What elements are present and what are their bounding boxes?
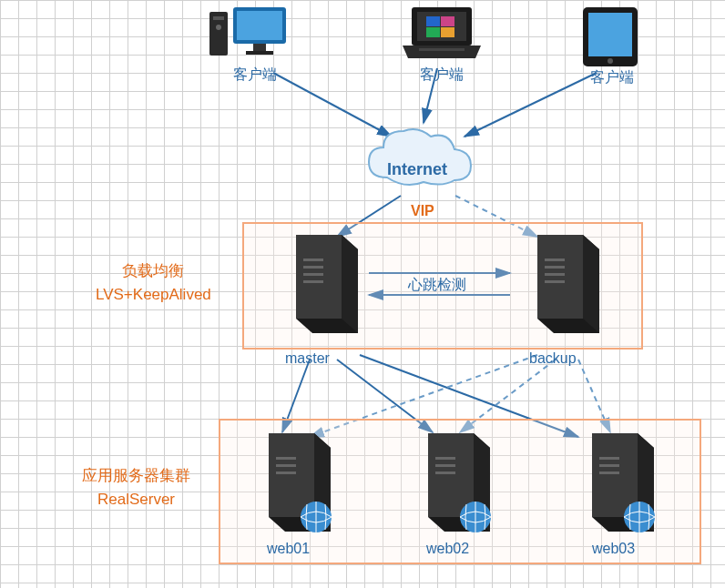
svg-rect-18	[253, 44, 266, 51]
svg-rect-40	[276, 471, 296, 474]
tablet-icon	[583, 7, 638, 66]
internet-label: Internet	[387, 160, 447, 179]
svg-rect-33	[303, 280, 323, 283]
backup-label: backup	[529, 350, 577, 367]
client-laptop-label: 客户端	[420, 66, 464, 85]
rs-title-line1: 应用服务器集群	[82, 467, 190, 484]
web-server-icon	[410, 433, 492, 533]
svg-rect-25	[441, 27, 454, 37]
svg-rect-42	[435, 457, 455, 460]
real-server-title: 应用服务器集群 RealServer	[82, 464, 190, 511]
svg-rect-22	[426, 16, 440, 26]
svg-point-29	[608, 58, 613, 64]
web02-label: web02	[426, 541, 469, 557]
web-server-icon	[574, 433, 656, 533]
client-tablet	[583, 7, 638, 70]
svg-rect-37	[545, 280, 565, 283]
laptop-icon	[401, 7, 483, 62]
load-balancer-title: 负载均衡 LVS+KeepAlived	[96, 259, 211, 306]
svg-rect-46	[599, 457, 619, 460]
web-server-icon	[250, 433, 332, 533]
svg-rect-48	[599, 471, 619, 474]
lb-title-line1: 负载均衡	[122, 262, 184, 279]
client-tablet-label: 客户端	[590, 68, 634, 87]
server-icon	[519, 235, 601, 335]
internet-cloud	[360, 118, 478, 196]
heartbeat-label: 心跳检测	[408, 276, 466, 295]
svg-rect-17	[237, 11, 282, 40]
server-web01	[250, 433, 332, 537]
svg-rect-28	[588, 13, 632, 56]
svg-line-2	[465, 73, 597, 137]
server-icon	[278, 235, 360, 335]
server-master	[278, 235, 360, 339]
svg-rect-38	[276, 457, 296, 460]
server-backup	[519, 235, 601, 339]
web03-label: web03	[592, 541, 635, 557]
server-web03	[574, 433, 656, 537]
svg-rect-19	[246, 51, 273, 55]
svg-rect-34	[545, 259, 565, 261]
client-desktop-label: 客户端	[233, 66, 277, 85]
svg-rect-14	[213, 16, 224, 20]
rs-title-line2: RealServer	[97, 491, 175, 508]
svg-rect-32	[303, 273, 323, 276]
cloud-icon	[360, 118, 478, 200]
svg-point-15	[216, 25, 221, 30]
client-desktop	[209, 7, 291, 61]
server-web02	[410, 433, 492, 537]
web01-label: web01	[267, 541, 310, 557]
svg-rect-43	[435, 464, 455, 467]
client-laptop	[401, 7, 483, 66]
svg-rect-35	[545, 266, 565, 269]
svg-rect-31	[303, 266, 323, 269]
svg-rect-44	[435, 471, 455, 474]
svg-rect-39	[276, 464, 296, 467]
svg-rect-24	[426, 27, 440, 37]
svg-rect-30	[303, 259, 323, 261]
svg-rect-26	[419, 48, 465, 51]
svg-rect-36	[545, 273, 565, 276]
svg-rect-47	[599, 464, 619, 467]
master-label: master	[285, 350, 330, 367]
vip-label: VIP	[411, 203, 434, 219]
lb-title-line2: LVS+KeepAlived	[96, 286, 211, 303]
svg-rect-23	[441, 16, 454, 26]
desktop-icon	[209, 7, 291, 57]
